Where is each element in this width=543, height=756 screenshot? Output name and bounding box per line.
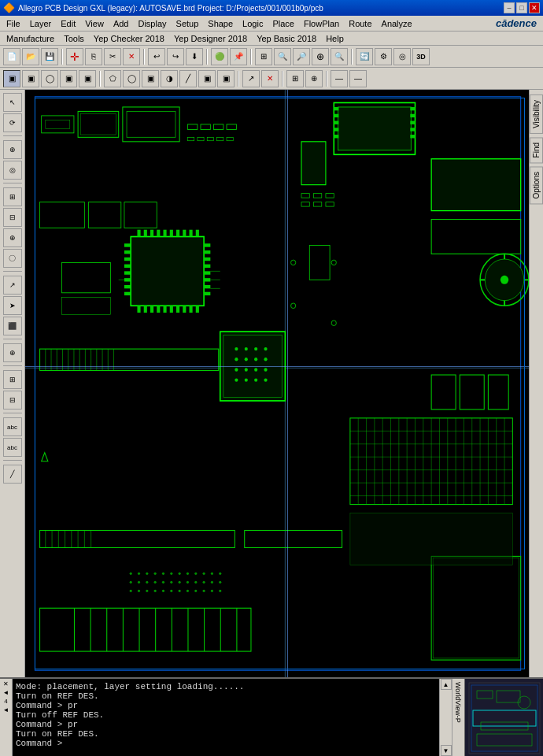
tb-save[interactable]: 💾 (41, 48, 58, 65)
lt-rect[interactable]: ⬛ (3, 317, 22, 335)
menu-manufacture[interactable]: Manufacture (2, 32, 59, 45)
tb2-path[interactable]: ▣ (142, 70, 159, 87)
tb-down[interactable]: ⬇ (186, 48, 203, 65)
tb2-select1[interactable]: ▣ (3, 70, 20, 87)
tb2-rect2[interactable]: ▣ (79, 70, 96, 87)
menu-yep-basic[interactable]: Yep Basic 2018 (252, 32, 321, 45)
menu-view[interactable]: View (80, 17, 109, 30)
lt-grid2[interactable]: ⊕ (3, 343, 22, 362)
options-tab[interactable]: Options (530, 166, 543, 204)
tb-new[interactable]: 📄 (3, 48, 20, 65)
close-button[interactable]: ✕ (529, 2, 540, 13)
lt-text1[interactable]: abc (3, 417, 22, 436)
tb-zoom-out[interactable]: 🔎 (293, 48, 310, 65)
tb2-grid[interactable]: ⊞ (286, 70, 304, 87)
menu-shape[interactable]: Shape (203, 17, 238, 30)
svg-rect-79 (204, 243, 210, 246)
visibility-tab[interactable]: Visibility (530, 94, 543, 134)
tb-circle-green[interactable]: 🟢 (211, 48, 228, 65)
menu-help[interactable]: Help (321, 32, 349, 45)
lt-add[interactable]: ⊞ (3, 187, 22, 206)
maximize-button[interactable]: □ (516, 2, 527, 13)
menu-setup[interactable]: Setup (172, 17, 204, 30)
lt-sep1 (3, 135, 22, 137)
tb2-dash2[interactable]: — (349, 70, 367, 87)
pcb-canvas-area[interactable] (25, 90, 529, 677)
tb2-dash1[interactable]: — (331, 70, 348, 87)
tb-cross[interactable]: ✛ (66, 48, 83, 65)
tb-zoom-prev[interactable]: 🔍 (331, 48, 348, 65)
tb-grid1[interactable]: ⊞ (255, 48, 272, 65)
menu-analyze[interactable]: Analyze (377, 17, 417, 30)
lt-place[interactable]: ⊟ (3, 391, 22, 410)
menu-yep-checker[interactable]: Yep Checker 2018 (89, 32, 169, 45)
svg-rect-220 (350, 513, 512, 565)
svg-rect-74 (124, 265, 131, 268)
tb-sep5 (351, 49, 353, 65)
tb2-arrow[interactable]: ↗ (242, 70, 260, 87)
tb2-circ2[interactable]: ◯ (123, 70, 140, 87)
lt-remove[interactable]: ⊟ (3, 208, 22, 227)
tb2-rect[interactable]: ▣ (60, 70, 77, 87)
lt-text2[interactable]: abc (3, 438, 22, 457)
menu-bar: File Layer Edit View Add Display Setup S… (0, 16, 543, 32)
tb2-rect3[interactable]: ▣ (198, 70, 216, 87)
svg-point-162 (187, 573, 189, 575)
svg-rect-91 (163, 230, 166, 237)
lt-target[interactable]: 〇 (3, 249, 22, 268)
menu-flowplan[interactable]: FlowPlan (299, 17, 344, 30)
lt-plus[interactable]: ⊕ (3, 140, 22, 159)
svg-rect-88 (144, 230, 147, 237)
find-tab[interactable]: Find (530, 137, 543, 163)
title-controls: – □ ✕ (504, 2, 540, 13)
lt-cursor[interactable]: ➤ (3, 296, 22, 315)
tb-circle2[interactable]: ◎ (393, 48, 411, 65)
tb2-connect[interactable]: ⊕ (305, 70, 323, 87)
menu-add[interactable]: Add (109, 17, 134, 30)
tb-pin[interactable]: 📌 (230, 48, 247, 65)
console-line2: Turn on REF DES. (16, 691, 436, 701)
tb-redo[interactable]: ↪ (167, 48, 184, 65)
tb-3d[interactable]: 3D (412, 48, 430, 65)
minimize-button[interactable]: – (504, 2, 515, 13)
tb2-select2[interactable]: ▣ (22, 70, 39, 87)
tb-settings[interactable]: ⚙ (375, 48, 392, 65)
lt-line[interactable]: ╱ (3, 465, 22, 484)
tb-cut[interactable]: ✂ (104, 48, 121, 65)
right-panel: Visibility Find Options (529, 90, 543, 677)
svg-rect-200 (74, 608, 75, 651)
tb-sep2 (143, 49, 145, 65)
menu-route[interactable]: Route (344, 17, 376, 30)
menu-edit[interactable]: Edit (56, 17, 80, 30)
tb-delete[interactable]: ✕ (123, 48, 140, 65)
tb2-cross-red[interactable]: ✕ (261, 70, 279, 87)
tb2-poly[interactable]: ⬠ (104, 70, 121, 87)
tb2-line[interactable]: ╱ (179, 70, 197, 87)
menu-place[interactable]: Place (268, 17, 299, 30)
tb2-rect4[interactable]: ▣ (217, 70, 235, 87)
menu-layer[interactable]: Layer (25, 17, 57, 30)
console-scroll-down[interactable]: ▼ (441, 745, 452, 756)
tb-zoom-fit[interactable]: ⊕ (312, 48, 329, 65)
menu-display[interactable]: Display (133, 17, 171, 30)
menu-file[interactable]: File (2, 17, 25, 30)
tb2-arc[interactable]: ◑ (161, 70, 178, 87)
lt-zoom-fit[interactable]: ⊕ (3, 228, 22, 247)
svg-point-189 (211, 590, 213, 592)
tb-zoom-in[interactable]: 🔍 (274, 48, 291, 65)
menu-tools[interactable]: Tools (59, 32, 89, 45)
menu-yep-designer[interactable]: Yep Designer 2018 (169, 32, 252, 45)
tb-undo[interactable]: ↩ (148, 48, 165, 65)
tb-open[interactable]: 📂 (22, 48, 39, 65)
lt-circle[interactable]: ◎ (3, 161, 22, 180)
tb-copy[interactable]: ⎘ (85, 48, 102, 65)
lt-arrow[interactable]: ↖ (3, 93, 22, 112)
lt-arrow2[interactable]: ↗ (3, 276, 22, 295)
console-scroll-up[interactable]: ▲ (441, 679, 452, 690)
tb2-circle[interactable]: ◯ (41, 70, 58, 87)
menu-logic[interactable]: Logic (238, 17, 268, 30)
tb-refresh[interactable]: 🔄 (356, 48, 373, 65)
svg-point-181 (146, 590, 148, 592)
lt-rotate[interactable]: ⟳ (3, 113, 22, 132)
lt-move[interactable]: ⊞ (3, 370, 22, 389)
